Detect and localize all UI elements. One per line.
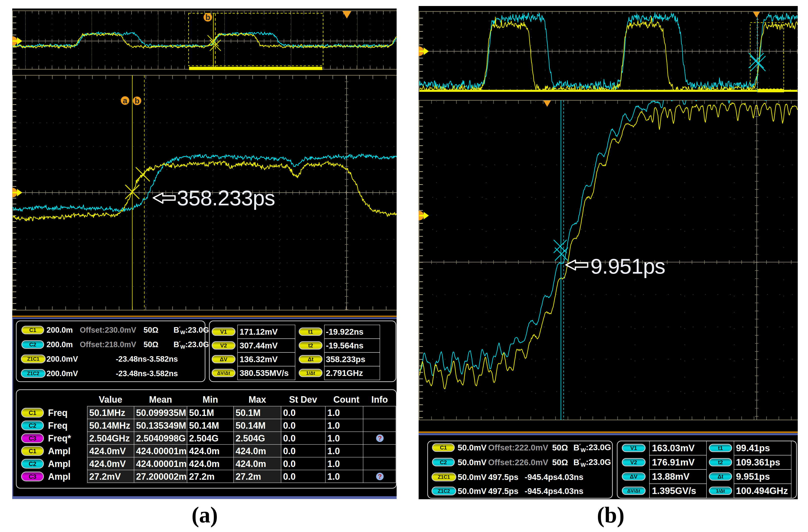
- svg-text:B′W:23.0G: B′W:23.0G: [573, 457, 611, 468]
- svg-text:C2: C2: [440, 459, 447, 465]
- svg-text:Mean: Mean: [149, 395, 172, 405]
- svg-text:-19.564ns: -19.564ns: [326, 341, 363, 350]
- svg-text:0.0: 0.0: [283, 433, 296, 443]
- svg-text:Offset:222.0mV: Offset:222.0mV: [488, 443, 548, 452]
- svg-text:50Ω: 50Ω: [552, 443, 568, 452]
- svg-text:99.41ps: 99.41ps: [736, 443, 770, 453]
- svg-text:Info: Info: [371, 395, 388, 405]
- svg-text:V1: V1: [630, 445, 637, 451]
- svg-text:358.233ps: 358.233ps: [177, 186, 275, 210]
- svg-text:C1: C1: [440, 444, 447, 451]
- svg-text:50Ω: 50Ω: [552, 458, 568, 467]
- svg-text:176.91mV: 176.91mV: [652, 457, 695, 467]
- svg-text:1.0: 1.0: [327, 420, 340, 431]
- svg-text:424.0m: 424.0m: [189, 459, 220, 469]
- svg-text:Count: Count: [333, 395, 360, 405]
- svg-text:50.1M: 50.1M: [189, 408, 214, 418]
- svg-text:50.0mV: 50.0mV: [458, 458, 486, 467]
- svg-text:100.494GHz: 100.494GHz: [736, 486, 788, 496]
- svg-text:0.0: 0.0: [283, 472, 296, 482]
- svg-text:424.0m: 424.0m: [236, 459, 266, 469]
- svg-text:163.03mV: 163.03mV: [652, 443, 695, 453]
- svg-text:1.0: 1.0: [327, 446, 340, 456]
- svg-text:50.14M: 50.14M: [189, 420, 219, 431]
- svg-text:Ampl: Ampl: [48, 446, 71, 456]
- svg-text:2.504G: 2.504G: [189, 433, 219, 443]
- svg-text:50Ω: 50Ω: [144, 326, 158, 334]
- svg-text:424.00001m: 424.00001m: [136, 446, 187, 456]
- svg-text:424.0mV: 424.0mV: [89, 446, 126, 456]
- svg-text:27.200002m: 27.200002m: [136, 472, 187, 482]
- svg-text:ΔV/Δt: ΔV/Δt: [627, 488, 640, 494]
- svg-text:200.0mV: 200.0mV: [47, 355, 78, 363]
- svg-text:B′W:23.0G: B′W:23.0G: [173, 340, 209, 350]
- svg-text:Z1C1: Z1C1: [27, 356, 39, 362]
- svg-text:1.0: 1.0: [327, 472, 340, 482]
- svg-text:50.099935M: 50.099935M: [136, 408, 186, 418]
- svg-text:Freq: Freq: [48, 408, 68, 418]
- svg-text:Value: Value: [99, 395, 122, 405]
- svg-text:136.32mV: 136.32mV: [240, 355, 278, 364]
- svg-text:Ampl: Ampl: [48, 472, 71, 482]
- svg-text:V1: V1: [220, 329, 227, 335]
- svg-text:C1: C1: [29, 409, 37, 416]
- svg-text:27.2m: 27.2m: [236, 472, 261, 482]
- svg-text:9.951ps: 9.951ps: [590, 254, 665, 278]
- svg-text:t2: t2: [308, 343, 313, 349]
- svg-text:424.0mV: 424.0mV: [89, 459, 126, 469]
- svg-text:-19.922ns: -19.922ns: [326, 327, 363, 336]
- svg-text:0.0: 0.0: [283, 459, 296, 469]
- svg-text:200.0m: 200.0m: [47, 340, 73, 349]
- svg-text:?: ?: [378, 473, 382, 480]
- svg-text:27.2mV: 27.2mV: [89, 472, 121, 482]
- svg-text:Δt: Δt: [308, 356, 314, 363]
- svg-text:0.0: 0.0: [283, 420, 296, 431]
- svg-text:ΔV: ΔV: [630, 474, 638, 480]
- svg-text:ΔV: ΔV: [220, 356, 227, 363]
- svg-text:1/Δt: 1/Δt: [716, 488, 725, 494]
- svg-text:13.88mV: 13.88mV: [652, 472, 690, 482]
- svg-text:C1: C1: [29, 327, 36, 333]
- svg-text:50.1M: 50.1M: [236, 408, 261, 418]
- svg-text:Z1C2: Z1C2: [27, 371, 39, 376]
- svg-text:C2: C2: [29, 422, 37, 429]
- svg-text:424.00001m: 424.00001m: [136, 459, 187, 469]
- svg-text:9.951ps: 9.951ps: [736, 472, 770, 482]
- svg-text:50Ω: 50Ω: [144, 340, 158, 349]
- svg-text:2.504GHz: 2.504GHz: [89, 433, 130, 443]
- svg-text:b: b: [205, 13, 210, 22]
- svg-text:B′W:23.0G: B′W:23.0G: [573, 443, 611, 453]
- svg-text:t1: t1: [308, 329, 313, 335]
- svg-text:C1: C1: [29, 448, 37, 455]
- svg-text:50.1MHz: 50.1MHz: [89, 408, 125, 418]
- svg-text:Offset:218.0mV: Offset:218.0mV: [80, 340, 136, 349]
- svg-text:-945.4ps4.03ns: -945.4ps4.03ns: [525, 487, 584, 496]
- svg-text:497.5ps: 497.5ps: [488, 487, 518, 496]
- svg-text:50.14MHz: 50.14MHz: [89, 420, 130, 431]
- svg-text:50.135349M: 50.135349M: [136, 420, 186, 431]
- svg-text:b: b: [134, 96, 140, 105]
- svg-text:Offset:230.0mV: Offset:230.0mV: [80, 326, 136, 334]
- svg-text:1.0: 1.0: [327, 433, 340, 443]
- svg-text:1/Δt: 1/Δt: [306, 370, 315, 376]
- svg-text:-23.48ns-3.582ns: -23.48ns-3.582ns: [116, 355, 178, 363]
- svg-text:2.5040998G: 2.5040998G: [136, 433, 186, 443]
- svg-text:307.44mV: 307.44mV: [240, 341, 278, 350]
- svg-text:Max: Max: [249, 395, 266, 405]
- svg-text:200.0mV: 200.0mV: [47, 369, 78, 378]
- svg-text:C3: C3: [29, 473, 37, 480]
- svg-text:0.0: 0.0: [283, 408, 296, 418]
- svg-text:C2: C2: [29, 460, 37, 467]
- svg-text:2.791GHz: 2.791GHz: [326, 368, 363, 378]
- svg-text:424.0m: 424.0m: [236, 446, 266, 456]
- svg-text:t1: t1: [718, 445, 723, 451]
- svg-text:Min: Min: [203, 395, 218, 405]
- svg-text:109.361ps: 109.361ps: [736, 457, 780, 467]
- svg-text:50.14M: 50.14M: [236, 420, 265, 431]
- svg-text:1.0: 1.0: [327, 459, 340, 469]
- svg-text:1.0: 1.0: [327, 408, 340, 418]
- svg-text:50.0mV: 50.0mV: [458, 443, 486, 452]
- svg-text:V2: V2: [630, 459, 637, 465]
- svg-text:0.0: 0.0: [283, 446, 296, 456]
- svg-text:?: ?: [378, 435, 382, 442]
